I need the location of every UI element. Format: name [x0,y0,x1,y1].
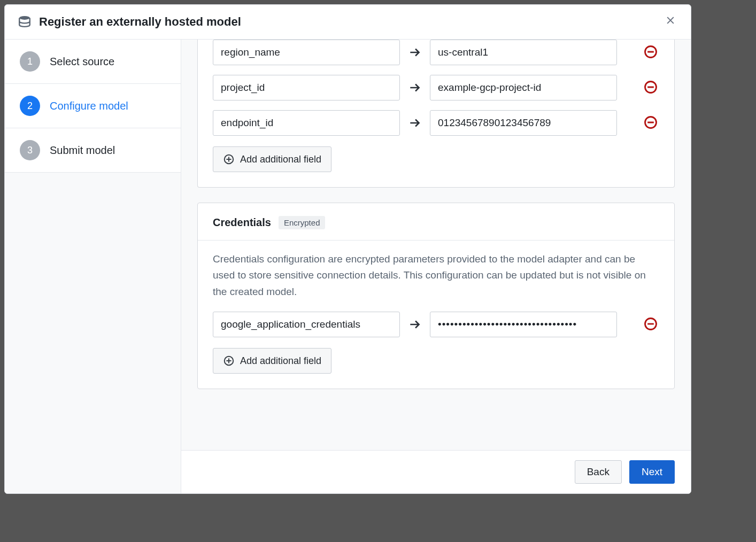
close-icon [665,15,676,29]
remove-icon [643,44,658,61]
credentials-description: Credentials configuration are encrypted … [198,241,674,300]
add-field-button[interactable]: Add additional field [213,146,331,172]
stepper: 1 Select source 2 Configure model 3 Subm… [5,40,181,493]
remove-icon [643,115,658,131]
content-scroll[interactable]: Add additional field Credentials Encrypt… [181,40,691,450]
add-field-label: Add additional field [240,154,321,165]
step-label: Configure model [50,100,128,112]
credential-field-row [213,312,659,337]
dialog-header: Register an externally hosted model [5,5,691,40]
back-button[interactable]: Back [575,460,622,484]
remove-icon [643,316,658,333]
add-field-label: Add additional field [240,355,321,367]
step-number: 3 [20,140,40,160]
config-field-row [213,110,659,136]
step-configure-model[interactable]: 2 Configure model [5,84,181,128]
credential-key-input[interactable] [213,312,400,337]
config-field-row [213,40,659,65]
next-button[interactable]: Next [629,460,675,484]
encrypted-badge: Encrypted [279,216,326,229]
svg-point-0 [19,16,30,20]
close-button[interactable] [663,14,678,29]
step-label: Submit model [50,144,115,157]
dialog-title: Register an externally hosted model [39,15,655,29]
field-value-input[interactable] [430,40,617,65]
config-panel: Add additional field [197,40,675,188]
step-submit-model[interactable]: 3 Submit model [5,128,181,173]
add-credential-button[interactable]: Add additional field [213,348,331,374]
credentials-title: Credentials [213,216,271,229]
arrow-right-icon [407,115,422,130]
step-select-source[interactable]: 1 Select source [5,40,181,84]
content-area: Add additional field Credentials Encrypt… [181,40,691,493]
field-value-input[interactable] [430,75,617,100]
plus-circle-icon [223,355,235,367]
remove-field-button[interactable] [642,44,659,61]
remove-field-button[interactable] [642,79,659,96]
database-icon [18,15,32,29]
credential-value-input[interactable] [430,312,617,337]
credentials-header: Credentials Encrypted [198,203,674,241]
field-key-input[interactable] [213,75,400,100]
credentials-panel: Credentials Encrypted Credentials config… [197,203,675,389]
arrow-right-icon [407,80,422,95]
field-value-input[interactable] [430,110,617,136]
step-number: 1 [20,51,40,72]
dialog-body: 1 Select source 2 Configure model 3 Subm… [5,40,691,493]
remove-icon [643,80,658,96]
arrow-right-icon [407,317,422,332]
remove-credential-button[interactable] [642,316,659,333]
arrow-right-icon [407,45,422,60]
step-label: Select source [50,56,114,68]
step-number: 2 [20,96,40,116]
config-field-row [213,75,659,100]
field-key-input[interactable] [213,40,400,65]
register-model-dialog: Register an externally hosted model 1 Se… [4,4,691,494]
dialog-footer: Back Next [181,450,691,493]
remove-field-button[interactable] [642,114,659,131]
field-key-input[interactable] [213,110,400,136]
plus-circle-icon [223,153,235,165]
